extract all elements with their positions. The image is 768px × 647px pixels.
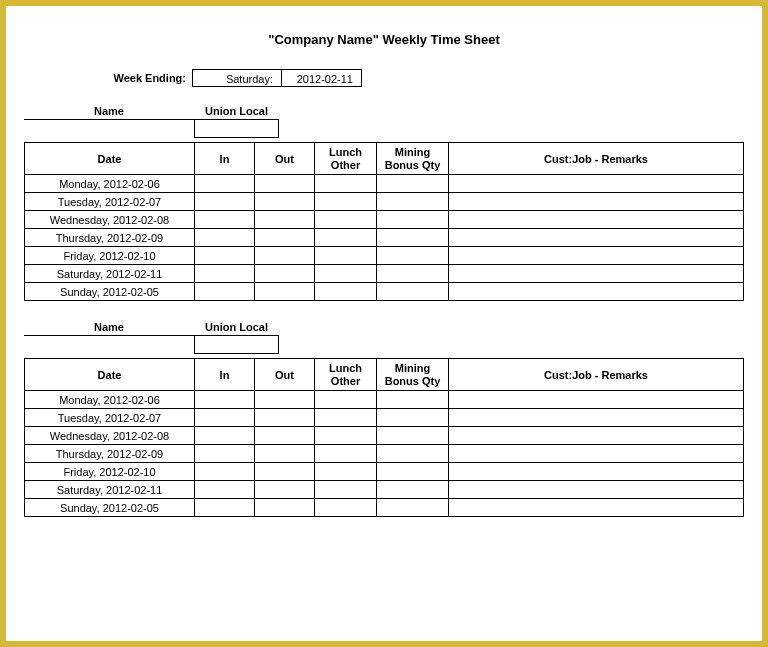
cell-date: Monday, 2012-02-06 — [25, 175, 195, 193]
cell-remarks[interactable] — [449, 427, 744, 445]
cell-out[interactable] — [255, 481, 315, 499]
week-ending-day: Saturday: — [192, 69, 282, 87]
cell-in[interactable] — [195, 499, 255, 517]
cell-bonus[interactable] — [377, 265, 449, 283]
header-in: In — [195, 359, 255, 391]
timesheet-table-1: Date In Out Lunch Other Mining Bonus Qty… — [24, 142, 744, 301]
cell-lunch[interactable] — [315, 229, 377, 247]
cell-remarks[interactable] — [449, 247, 744, 265]
cell-bonus[interactable] — [377, 193, 449, 211]
table-row: Thursday, 2012-02-09 — [25, 445, 744, 463]
cell-in[interactable] — [195, 481, 255, 499]
cell-out[interactable] — [255, 499, 315, 517]
cell-lunch[interactable] — [315, 211, 377, 229]
cell-out[interactable] — [255, 409, 315, 427]
cell-out[interactable] — [255, 391, 315, 409]
header-out: Out — [255, 359, 315, 391]
cell-date: Friday, 2012-02-10 — [25, 247, 195, 265]
table-row: Wednesday, 2012-02-08 — [25, 427, 744, 445]
cell-in[interactable] — [195, 463, 255, 481]
union-input[interactable] — [194, 120, 279, 138]
union-input[interactable] — [194, 336, 279, 354]
cell-bonus[interactable] — [377, 211, 449, 229]
cell-lunch[interactable] — [315, 193, 377, 211]
cell-bonus[interactable] — [377, 427, 449, 445]
cell-remarks[interactable] — [449, 193, 744, 211]
cell-lunch[interactable] — [315, 247, 377, 265]
table-row: Monday, 2012-02-06 — [25, 175, 744, 193]
cell-remarks[interactable] — [449, 499, 744, 517]
cell-in[interactable] — [195, 211, 255, 229]
timesheet-body-1: Monday, 2012-02-06 Tuesday, 2012-02-07 — [25, 175, 744, 301]
cell-out[interactable] — [255, 265, 315, 283]
union-label: Union Local — [194, 105, 279, 120]
cell-remarks[interactable] — [449, 211, 744, 229]
cell-out[interactable] — [255, 463, 315, 481]
header-date: Date — [25, 359, 195, 391]
cell-in[interactable] — [195, 175, 255, 193]
cell-lunch[interactable] — [315, 499, 377, 517]
cell-out[interactable] — [255, 175, 315, 193]
cell-lunch[interactable] — [315, 463, 377, 481]
cell-out[interactable] — [255, 229, 315, 247]
cell-in[interactable] — [195, 283, 255, 301]
cell-out[interactable] — [255, 211, 315, 229]
cell-lunch[interactable] — [315, 445, 377, 463]
cell-in[interactable] — [195, 265, 255, 283]
cell-in[interactable] — [195, 427, 255, 445]
cell-bonus[interactable] — [377, 229, 449, 247]
cell-bonus[interactable] — [377, 391, 449, 409]
cell-remarks[interactable] — [449, 175, 744, 193]
cell-remarks[interactable] — [449, 391, 744, 409]
timesheet-section-1: Name Union Local Date In Out Lunch Other… — [24, 105, 744, 301]
cell-remarks[interactable] — [449, 265, 744, 283]
header-bonus-line1: Mining — [381, 146, 444, 159]
cell-remarks[interactable] — [449, 409, 744, 427]
cell-bonus[interactable] — [377, 499, 449, 517]
cell-bonus[interactable] — [377, 445, 449, 463]
cell-bonus[interactable] — [377, 463, 449, 481]
cell-in[interactable] — [195, 247, 255, 265]
cell-remarks[interactable] — [449, 463, 744, 481]
cell-lunch[interactable] — [315, 427, 377, 445]
cell-bonus[interactable] — [377, 409, 449, 427]
cell-in[interactable] — [195, 391, 255, 409]
cell-bonus[interactable] — [377, 175, 449, 193]
table-row: Friday, 2012-02-10 — [25, 463, 744, 481]
cell-lunch[interactable] — [315, 409, 377, 427]
cell-out[interactable] — [255, 445, 315, 463]
header-date: Date — [25, 143, 195, 175]
header-in: In — [195, 143, 255, 175]
cell-date: Sunday, 2012-02-05 — [25, 283, 195, 301]
cell-bonus[interactable] — [377, 481, 449, 499]
header-remarks: Cust:Job - Remarks — [449, 143, 744, 175]
table-row: Tuesday, 2012-02-07 — [25, 193, 744, 211]
cell-in[interactable] — [195, 229, 255, 247]
cell-in[interactable] — [195, 409, 255, 427]
cell-remarks[interactable] — [449, 283, 744, 301]
spacer — [24, 336, 194, 354]
cell-date: Sunday, 2012-02-05 — [25, 499, 195, 517]
cell-out[interactable] — [255, 193, 315, 211]
cell-bonus[interactable] — [377, 283, 449, 301]
cell-lunch[interactable] — [315, 283, 377, 301]
cell-date: Wednesday, 2012-02-08 — [25, 211, 195, 229]
table-row: Wednesday, 2012-02-08 — [25, 211, 744, 229]
cell-remarks[interactable] — [449, 229, 744, 247]
table-row: Thursday, 2012-02-09 — [25, 229, 744, 247]
cell-out[interactable] — [255, 427, 315, 445]
cell-in[interactable] — [195, 193, 255, 211]
cell-lunch[interactable] — [315, 175, 377, 193]
cell-lunch[interactable] — [315, 391, 377, 409]
cell-remarks[interactable] — [449, 445, 744, 463]
table-row: Sunday, 2012-02-05 — [25, 283, 744, 301]
cell-lunch[interactable] — [315, 265, 377, 283]
header-bonus: Mining Bonus Qty — [377, 359, 449, 391]
cell-remarks[interactable] — [449, 481, 744, 499]
cell-lunch[interactable] — [315, 481, 377, 499]
cell-bonus[interactable] — [377, 247, 449, 265]
cell-out[interactable] — [255, 247, 315, 265]
spacer — [24, 120, 194, 138]
cell-out[interactable] — [255, 283, 315, 301]
cell-in[interactable] — [195, 445, 255, 463]
